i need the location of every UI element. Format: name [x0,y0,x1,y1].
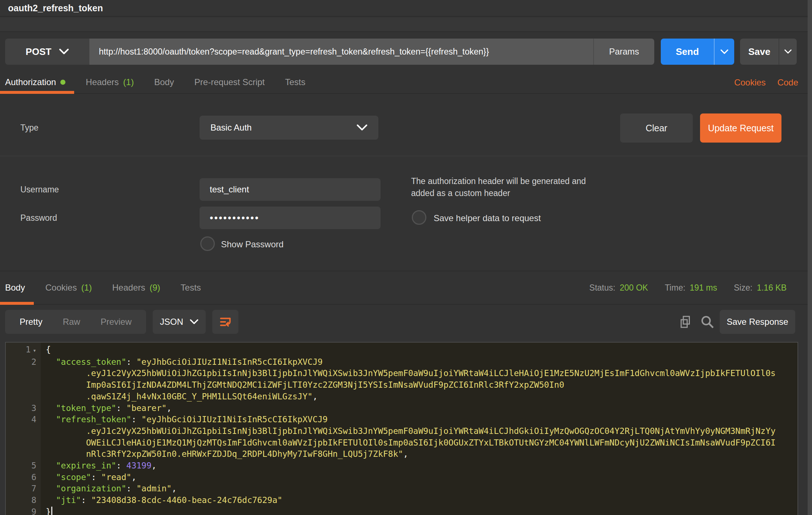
code-line: .eyJ1c2VyX25hbWUiOiJhZG1pbiIsInNjb3BlIjp… [6,368,797,379]
tab-headers[interactable]: Headers (1) [76,71,144,93]
line-number: 3 [6,403,41,414]
username-field[interactable]: test_client [200,178,381,201]
time-indicator: Time: 191 ms [665,283,717,293]
pretty-tab[interactable]: Pretty [20,317,43,327]
code-line: 8"jti": "23408d38-8cdc-4460-beac-24c76dc… [6,495,797,506]
send-options-button[interactable] [714,39,734,65]
size-value: 1.16 KB [757,283,787,293]
window-scrollbar[interactable] [808,0,812,515]
save-button-group: Save [740,39,797,65]
request-links: Cookies Code [734,71,798,94]
username-label: Username [20,185,59,195]
copy-icon [679,315,692,329]
fold-toggle-icon[interactable]: ▾ [33,347,36,354]
url-group: POST Params [5,39,654,65]
tab-body[interactable]: Body [144,71,184,93]
text-cursor [51,507,52,515]
status-value: 200 OK [620,283,648,293]
auth-helper-note: The authorization header will be generat… [411,175,586,199]
clear-button[interactable]: Clear [620,113,693,143]
request-tabs: Authorization Headers (1) Body Pre-reque… [0,71,812,94]
line-number: 6 [6,472,41,483]
chevron-down-icon [720,49,728,54]
save-helper-label: Save helper data to request [434,213,541,223]
response-meta: Status: 200 OK Time: 191 ms Size: 1.16 K… [589,271,787,305]
code-line: .eyJ1c2VyX25hbWUiOiJhZG1pbiIsInNjb3BlIjp… [6,426,797,437]
tab-tests[interactable]: Tests [275,71,315,93]
code-line: OWEiLCJleHAiOjE1MzQ1MjQzMTQsImF1dGhvcml0… [6,437,797,449]
response-body-viewer[interactable]: 1▾{2"access_token": "eyJhbGciOiJIUzI1NiI… [5,342,798,515]
save-options-button[interactable] [779,39,797,65]
response-headers-count-badge: (9) [149,283,160,293]
raw-tab[interactable]: Raw [63,317,80,327]
type-label: Type [20,123,39,133]
tab-response-cookies[interactable]: Cookies (1) [35,271,102,304]
line-number: 4 [6,414,41,426]
code-line: 3"token_type": "bearer", [6,403,797,414]
url-input[interactable] [99,47,584,57]
wrap-lines-button[interactable] [212,310,238,334]
code-link[interactable]: Code [777,77,798,88]
chevron-down-icon [190,319,198,324]
search-icon [700,315,715,329]
password-label: Password [20,213,57,223]
tab-response-headers[interactable]: Headers (9) [102,271,170,304]
code-line: 6"scope": "read", [6,472,797,483]
section-divider [0,156,812,156]
line-number: 5 [6,460,41,472]
show-password-radio[interactable] [200,236,215,251]
line-number: 8 [6,495,41,506]
update-request-button[interactable]: Update Request [700,113,781,143]
url-field [89,39,593,65]
tab-authorization[interactable]: Authorization [5,71,76,93]
save-helper-radio[interactable] [412,210,426,225]
copy-response-button[interactable] [677,314,694,330]
format-select[interactable]: JSON [153,310,206,334]
page-title: oauth2_refresh_token [8,3,103,13]
auth-active-dot [60,80,65,85]
chevron-down-icon [784,49,792,54]
save-response-button[interactable]: Save Response [720,310,795,334]
code-line: 5"expires_in": 43199, [6,460,797,472]
line-number: 2 [6,356,41,368]
preview-tab[interactable]: Preview [101,317,132,327]
show-password-label: Show Password [221,239,284,249]
params-button[interactable]: Params [593,39,654,65]
line-number: 7 [6,483,41,495]
tab-response-body[interactable]: Body [5,271,35,304]
line-number [6,391,41,403]
method-label: POST [26,46,52,57]
auth-type-select[interactable]: Basic Auth [200,116,378,140]
view-mode-switch: Pretty Raw Preview [5,310,146,334]
code-line: nRlc3RfY2xpZW50In0.eHRWxFZDJDq_2RDPL4Dhy… [6,448,797,460]
code-line: 4"refresh_token": "eyJhbGciOiJIUzI1NiIsI… [6,414,797,426]
code-line: Imp0aSI6IjIzNDA4ZDM4LThjZGMtNDQ2MC1iZWFj… [6,379,797,391]
code-line: 2"access_token": "eyJhbGciOiJIUzI1NiIsIn… [6,356,797,368]
tab-prerequest-script[interactable]: Pre-request Script [184,71,275,93]
code-line: 7"organization": "admin", [6,483,797,495]
line-number [6,379,41,391]
request-bar: POST Params Send Save [0,39,812,65]
size-indicator: Size: 1.16 KB [734,283,787,293]
search-response-button[interactable] [699,314,716,330]
toolbar-strip [0,17,812,32]
time-value: 191 ms [690,283,717,293]
password-field[interactable]: ••••••••••• [200,207,381,229]
line-number [6,368,41,379]
request-title-bar: oauth2_refresh_token [0,0,812,17]
method-select[interactable]: POST [5,39,89,65]
send-button-group: Send [661,39,734,65]
line-number: 1▾ [6,344,41,356]
code-line: 9} [6,506,797,515]
status-indicator: Status: 200 OK [589,283,648,293]
code-line: .qawS1Z4j_h4vNx10GBC_Y_PHM1LLSQt64eniWLG… [6,391,797,403]
send-button[interactable]: Send [661,39,714,65]
save-button[interactable]: Save [740,39,779,65]
password-masked-value: ••••••••••• [210,207,260,229]
tab-response-tests[interactable]: Tests [170,271,211,304]
line-number: 9 [6,506,41,515]
word-wrap-icon [218,315,232,329]
response-toolbar: Pretty Raw Preview JSON Save Response [5,310,807,334]
cookies-link[interactable]: Cookies [734,77,766,88]
line-number [6,437,41,449]
